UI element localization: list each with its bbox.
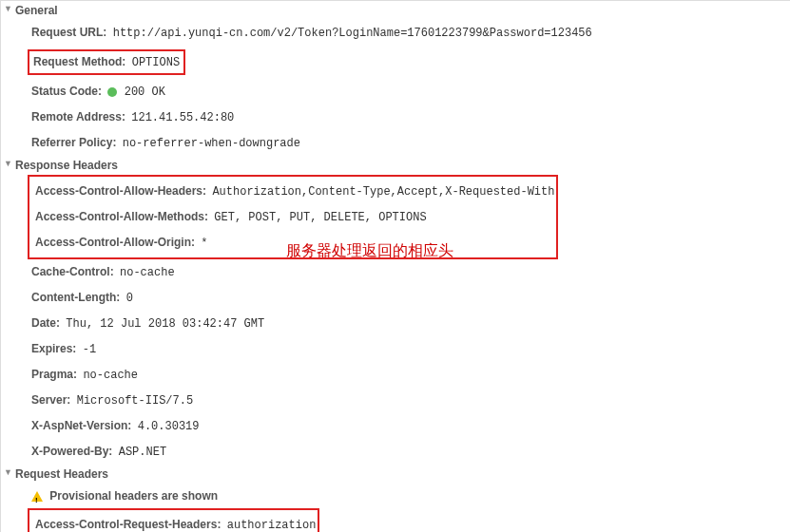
status-dot-icon [107,87,117,97]
row-remote-address: Remote Address: 121.41.55.42:80 [1,104,790,130]
label-acam: Access-Control-Allow-Methods: [35,210,208,223]
value-remote-address: 121.41.55.42:80 [131,111,234,124]
label-date: Date: [31,316,60,330]
value-pragma: no-cache [83,369,138,382]
row-request-url: Request URL: http://api.yunqi-cn.com/v2/… [1,20,790,46]
label-referrer-policy: Referrer Policy: [31,136,116,149]
label-acrh: Access-Control-Request-Headers: [35,518,221,531]
row-acah: Access-Control-Allow-Headers: Authorizat… [31,179,554,204]
annotation-text: 服务器处理返回的相应头 [286,241,453,261]
value-referrer-policy: no-referrer-when-downgrade [123,137,300,150]
label-pragma: Pragma: [31,368,77,381]
row-x-powered-by: X-Powered-By: ASP.NET [1,439,790,465]
label-server: Server: [31,393,70,407]
value-request-method: OPTIONS [132,56,180,69]
highlight-request-cors: Access-Control-Request-Headers: authoriz… [28,508,319,532]
value-acrh: authorization [227,519,317,532]
value-acah: Authorization,Content-Type,Accept,X-Requ… [212,185,554,199]
value-server: Microsoft-IIS/7.5 [77,394,193,408]
label-cache-control: Cache-Control: [31,265,114,278]
row-status-code: Status Code: 200 OK [1,79,790,104]
value-x-powered-by: ASP.NET [119,446,166,459]
value-acao: * [201,237,207,250]
label-expires: Expires: [31,342,76,355]
label-x-powered-by: X-Powered-By: [31,445,112,458]
label-content-length: Content-Length: [31,291,120,304]
row-x-aspnet-version: X-AspNet-Version: 4.0.30319 [1,413,790,439]
label-request-method: Request Method: [33,55,125,68]
section-request-headers-title[interactable]: Request Headers [1,465,790,484]
section-response-headers-title[interactable]: Response Headers [1,156,790,175]
label-remote-address: Remote Address: [31,110,125,124]
row-acrh: Access-Control-Request-Headers: authoriz… [31,512,316,532]
row-date: Date: Thu, 12 Jul 2018 03:42:47 GMT [1,311,790,336]
value-x-aspnet-version: 4.0.30319 [138,420,200,433]
value-expires: -1 [83,343,96,356]
row-expires: Expires: -1 [1,336,790,362]
value-request-url: http://api.yunqi-cn.com/v2/Token?LoginNa… [113,27,592,40]
row-provisional-warning: Provisional headers are shown [1,484,790,508]
value-content-length: 0 [126,292,133,305]
row-request-method: Request Method: OPTIONS [1,46,790,79]
label-request-url: Request URL: [31,26,106,39]
section-general-title[interactable]: General [1,1,790,20]
row-referrer-policy: Referrer Policy: no-referrer-when-downgr… [1,130,790,156]
label-x-aspnet-version: X-AspNet-Version: [31,419,131,432]
value-status-code: 200 OK [125,86,165,99]
warning-icon [31,491,43,502]
row-server: Server: Microsoft-IIS/7.5 [1,388,790,413]
label-acao: Access-Control-Allow-Origin: [35,236,195,249]
row-cache-control: Cache-Control: no-cache [1,259,790,285]
label-status-code: Status Code: [31,85,102,98]
row-content-length: Content-Length: 0 [1,285,790,311]
row-pragma: Pragma: no-cache [1,362,790,388]
label-provisional-warning: Provisional headers are shown [49,489,218,503]
label-acah: Access-Control-Allow-Headers: [35,184,206,198]
value-date: Thu, 12 Jul 2018 03:42:47 GMT [66,317,264,331]
value-cache-control: no-cache [120,266,175,279]
value-acam: GET, POST, PUT, DELETE, OPTIONS [214,211,426,224]
row-acam: Access-Control-Allow-Methods: GET, POST,… [31,204,554,230]
